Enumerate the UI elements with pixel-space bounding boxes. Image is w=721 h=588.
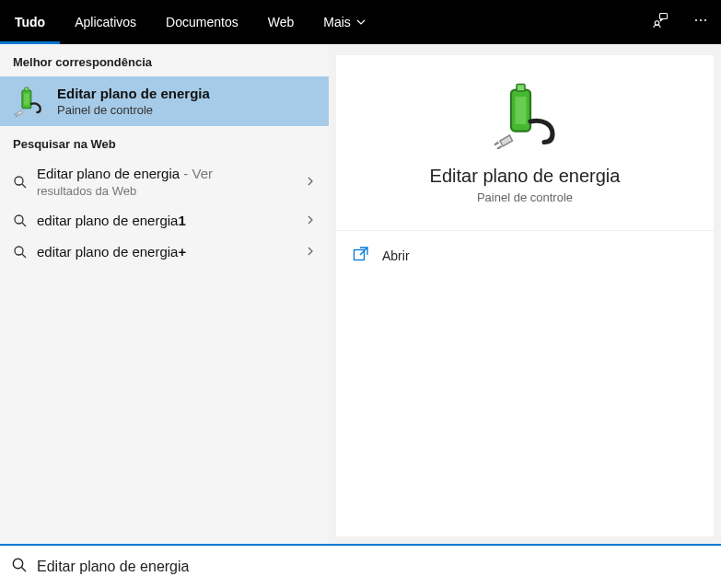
svg-line-14 <box>22 223 26 226</box>
tab-mais[interactable]: Mais <box>308 0 380 44</box>
results-pane: Melhor correspondência Editar plano de e… <box>0 44 329 544</box>
tab-documentos[interactable]: Documentos <box>151 0 253 44</box>
top-tab-bar: Tudo Aplicativos Documentos Web Mais <box>0 0 721 44</box>
open-action[interactable]: Abrir <box>336 231 714 281</box>
svg-point-3 <box>700 19 702 21</box>
detail-header: Editar plano de energia Painel de contro… <box>336 55 714 231</box>
top-spacer <box>380 0 640 44</box>
search-input[interactable] <box>37 559 710 575</box>
best-match-item[interactable]: Editar plano de energia Painel de contro… <box>0 76 329 126</box>
best-match-title: Editar plano de energia <box>57 86 210 101</box>
svg-point-11 <box>15 177 23 185</box>
web-result-item[interactable]: editar plano de energia+ <box>0 236 329 268</box>
tab-web[interactable]: Web <box>253 0 309 44</box>
svg-point-2 <box>695 19 697 21</box>
web-result-primary: editar plano de energia <box>37 244 178 259</box>
detail-subtitle: Painel de controle <box>477 190 573 204</box>
web-result-secondary: 1 <box>178 213 185 228</box>
ellipsis-icon <box>693 13 708 31</box>
chevron-down-icon <box>356 15 366 29</box>
web-result-text: Editar plano de energia - Ver resultados… <box>37 166 305 198</box>
tab-aplicativos[interactable]: Aplicativos <box>60 0 151 44</box>
tab-label: Documentos <box>166 15 238 29</box>
svg-rect-7 <box>25 87 29 91</box>
web-result-primary: editar plano de energia <box>37 213 178 228</box>
tabs-container: Tudo Aplicativos Documentos Web Mais <box>0 0 380 44</box>
content-area: Melhor correspondência Editar plano de e… <box>0 44 721 544</box>
chevron-right-icon <box>305 244 316 260</box>
tab-label: Web <box>268 15 295 29</box>
svg-line-10 <box>16 116 17 117</box>
svg-point-15 <box>15 247 23 255</box>
search-bar[interactable] <box>0 544 721 588</box>
web-result-primary: Editar plano de energia <box>37 166 180 181</box>
svg-rect-20 <box>516 97 527 124</box>
search-icon <box>13 175 37 190</box>
detail-pane: Editar plano de energia Painel de contro… <box>336 55 714 536</box>
best-match-subtitle: Painel de controle <box>57 103 210 117</box>
svg-line-12 <box>22 184 26 188</box>
svg-line-21 <box>494 143 499 145</box>
tab-label: Tudo <box>15 15 45 29</box>
chevron-right-icon <box>305 213 316 229</box>
best-match-header: Melhor correspondência <box>0 44 329 76</box>
svg-line-25 <box>22 568 27 572</box>
svg-line-22 <box>497 146 502 149</box>
svg-rect-1 <box>660 14 668 19</box>
tab-label: Aplicativos <box>75 15 136 29</box>
svg-rect-23 <box>355 250 365 260</box>
web-result-secondary: + <box>178 244 186 259</box>
web-search-header: Pesquisar na Web <box>0 126 329 158</box>
web-result-text: editar plano de energia1 <box>37 213 305 229</box>
chevron-right-icon <box>305 174 316 190</box>
search-icon <box>13 213 37 228</box>
feedback-button[interactable] <box>640 0 680 44</box>
open-action-label: Abrir <box>382 248 410 263</box>
svg-point-13 <box>15 215 23 224</box>
svg-point-24 <box>13 559 22 568</box>
svg-line-9 <box>14 113 16 114</box>
web-result-item[interactable]: Editar plano de energia - Ver resultados… <box>0 158 329 205</box>
svg-rect-19 <box>517 85 525 92</box>
search-icon <box>13 245 37 259</box>
search-icon <box>11 557 28 577</box>
power-plan-icon-large <box>492 83 558 149</box>
power-plan-icon <box>13 86 44 117</box>
svg-line-16 <box>22 254 26 258</box>
open-icon <box>353 246 369 266</box>
web-result-text: editar plano de energia+ <box>37 244 305 260</box>
web-result-secondary: - Ver <box>180 166 213 181</box>
more-options-button[interactable] <box>680 0 721 44</box>
tab-label: Mais <box>323 15 351 29</box>
tab-tudo[interactable]: Tudo <box>0 0 60 44</box>
best-match-text: Editar plano de energia Painel de contro… <box>57 86 210 117</box>
svg-point-4 <box>704 19 706 21</box>
web-result-item[interactable]: editar plano de energia1 <box>0 205 329 236</box>
detail-title: Editar plano de energia <box>430 166 621 187</box>
top-actions <box>640 0 721 44</box>
person-feedback-icon <box>652 12 669 32</box>
svg-rect-8 <box>24 94 29 106</box>
web-result-sub: resultados da Web <box>37 184 305 198</box>
